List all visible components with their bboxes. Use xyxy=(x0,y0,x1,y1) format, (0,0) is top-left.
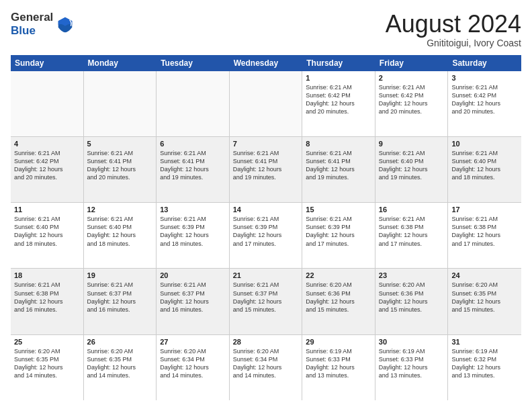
cell-info: Sunrise: 6:20 AM Sunset: 6:35 PM Dayligh… xyxy=(87,347,153,380)
logo: General Blue xyxy=(11,11,75,38)
calendar-cell: 27Sunrise: 6:20 AM Sunset: 6:34 PM Dayli… xyxy=(157,335,230,400)
day-number: 2 xyxy=(379,74,445,82)
cell-info: Sunrise: 6:21 AM Sunset: 6:37 PM Dayligh… xyxy=(160,281,226,314)
cell-info: Sunrise: 6:21 AM Sunset: 6:39 PM Dayligh… xyxy=(233,215,299,248)
day-number: 11 xyxy=(14,205,80,214)
cell-info: Sunrise: 6:21 AM Sunset: 6:38 PM Dayligh… xyxy=(14,281,80,314)
calendar-cell: 11Sunrise: 6:21 AM Sunset: 6:40 PM Dayli… xyxy=(11,203,84,268)
cell-info: Sunrise: 6:21 AM Sunset: 6:37 PM Dayligh… xyxy=(87,281,153,314)
calendar-cell: 3Sunrise: 6:21 AM Sunset: 6:42 PM Daylig… xyxy=(448,71,521,136)
cell-info: Sunrise: 6:19 AM Sunset: 6:32 PM Dayligh… xyxy=(451,347,518,380)
day-number: 29 xyxy=(306,338,371,346)
calendar-cell: 8Sunrise: 6:21 AM Sunset: 6:41 PM Daylig… xyxy=(302,137,375,202)
calendar-cell: 16Sunrise: 6:21 AM Sunset: 6:38 PM Dayli… xyxy=(375,203,449,268)
calendar-body: 1Sunrise: 6:21 AM Sunset: 6:42 PM Daylig… xyxy=(11,71,521,400)
day-number: 23 xyxy=(379,271,445,279)
cell-info: Sunrise: 6:19 AM Sunset: 6:33 PM Dayligh… xyxy=(379,347,445,380)
calendar-cell: 10Sunrise: 6:21 AM Sunset: 6:40 PM Dayli… xyxy=(448,137,521,202)
cell-info: Sunrise: 6:21 AM Sunset: 6:40 PM Dayligh… xyxy=(87,215,153,248)
day-number: 16 xyxy=(379,205,445,214)
calendar-header: SundayMondayTuesdayWednesdayThursdayFrid… xyxy=(11,55,521,71)
cell-info: Sunrise: 6:21 AM Sunset: 6:38 PM Dayligh… xyxy=(451,215,518,248)
calendar-cell: 14Sunrise: 6:21 AM Sunset: 6:39 PM Dayli… xyxy=(230,203,303,268)
day-number: 21 xyxy=(233,271,299,279)
day-number: 20 xyxy=(160,271,226,279)
cell-info: Sunrise: 6:20 AM Sunset: 6:34 PM Dayligh… xyxy=(233,347,299,380)
calendar-cell: 26Sunrise: 6:20 AM Sunset: 6:35 PM Dayli… xyxy=(84,335,157,400)
day-number: 19 xyxy=(87,271,153,279)
calendar-cell: 7Sunrise: 6:21 AM Sunset: 6:41 PM Daylig… xyxy=(230,137,303,202)
day-number: 12 xyxy=(87,205,153,214)
calendar-cell: 18Sunrise: 6:21 AM Sunset: 6:38 PM Dayli… xyxy=(11,269,84,334)
day-number: 7 xyxy=(233,140,299,148)
day-number: 10 xyxy=(451,140,518,148)
cell-info: Sunrise: 6:20 AM Sunset: 6:36 PM Dayligh… xyxy=(306,281,371,314)
calendar-cell xyxy=(84,71,157,136)
calendar-cell: 12Sunrise: 6:21 AM Sunset: 6:40 PM Dayli… xyxy=(84,203,157,268)
calendar-row: 4Sunrise: 6:21 AM Sunset: 6:42 PM Daylig… xyxy=(11,137,521,203)
day-number: 25 xyxy=(14,338,80,346)
calendar-cell: 25Sunrise: 6:20 AM Sunset: 6:35 PM Dayli… xyxy=(11,335,84,400)
day-number: 17 xyxy=(451,205,518,214)
day-number: 15 xyxy=(306,205,371,214)
calendar-cell: 21Sunrise: 6:21 AM Sunset: 6:37 PM Dayli… xyxy=(230,269,303,334)
cell-info: Sunrise: 6:21 AM Sunset: 6:41 PM Dayligh… xyxy=(160,149,226,182)
cell-info: Sunrise: 6:21 AM Sunset: 6:42 PM Dayligh… xyxy=(451,83,518,116)
header: General Blue August 2024 Gnititoigui, Iv… xyxy=(11,11,521,48)
calendar-cell: 17Sunrise: 6:21 AM Sunset: 6:38 PM Dayli… xyxy=(448,203,521,268)
day-number: 18 xyxy=(14,271,80,279)
calendar-cell: 9Sunrise: 6:21 AM Sunset: 6:40 PM Daylig… xyxy=(375,137,449,202)
cell-info: Sunrise: 6:21 AM Sunset: 6:40 PM Dayligh… xyxy=(14,215,80,248)
calendar-row: 1Sunrise: 6:21 AM Sunset: 6:42 PM Daylig… xyxy=(11,71,521,137)
calendar-cell xyxy=(11,71,84,136)
calendar-cell: 2Sunrise: 6:21 AM Sunset: 6:42 PM Daylig… xyxy=(375,71,449,136)
calendar-row: 18Sunrise: 6:21 AM Sunset: 6:38 PM Dayli… xyxy=(11,269,521,334)
month-year-title: August 2024 xyxy=(386,11,521,38)
calendar-cell: 19Sunrise: 6:21 AM Sunset: 6:37 PM Dayli… xyxy=(84,269,157,334)
day-number: 8 xyxy=(306,140,371,148)
calendar-cell: 5Sunrise: 6:21 AM Sunset: 6:41 PM Daylig… xyxy=(84,137,157,202)
day-number: 3 xyxy=(451,74,518,82)
calendar-header-cell: Friday xyxy=(375,55,449,71)
cell-info: Sunrise: 6:20 AM Sunset: 6:35 PM Dayligh… xyxy=(14,347,80,380)
calendar-cell: 31Sunrise: 6:19 AM Sunset: 6:32 PM Dayli… xyxy=(448,335,521,400)
day-number: 28 xyxy=(233,338,299,346)
cell-info: Sunrise: 6:21 AM Sunset: 6:39 PM Dayligh… xyxy=(160,215,226,248)
calendar-header-cell: Tuesday xyxy=(157,55,230,71)
day-number: 4 xyxy=(14,140,80,148)
day-number: 30 xyxy=(379,338,445,346)
calendar-cell xyxy=(157,71,230,136)
cell-info: Sunrise: 6:21 AM Sunset: 6:39 PM Dayligh… xyxy=(306,215,371,248)
calendar-cell: 28Sunrise: 6:20 AM Sunset: 6:34 PM Dayli… xyxy=(230,335,303,400)
page: General Blue August 2024 Gnititoigui, Iv… xyxy=(0,0,532,411)
cell-info: Sunrise: 6:21 AM Sunset: 6:37 PM Dayligh… xyxy=(233,281,299,314)
title-block: August 2024 Gnititoigui, Ivory Coast xyxy=(386,11,521,48)
calendar-row: 25Sunrise: 6:20 AM Sunset: 6:35 PM Dayli… xyxy=(11,335,521,400)
cell-info: Sunrise: 6:21 AM Sunset: 6:42 PM Dayligh… xyxy=(306,83,371,116)
cell-info: Sunrise: 6:21 AM Sunset: 6:38 PM Dayligh… xyxy=(379,215,445,248)
day-number: 13 xyxy=(160,205,226,214)
calendar-row: 11Sunrise: 6:21 AM Sunset: 6:40 PM Dayli… xyxy=(11,203,521,269)
logo-text: General Blue xyxy=(11,11,75,38)
cell-info: Sunrise: 6:21 AM Sunset: 6:41 PM Dayligh… xyxy=(306,149,371,182)
logo-general: General xyxy=(11,11,53,24)
calendar-cell: 6Sunrise: 6:21 AM Sunset: 6:41 PM Daylig… xyxy=(157,137,230,202)
calendar-cell: 20Sunrise: 6:21 AM Sunset: 6:37 PM Dayli… xyxy=(157,269,230,334)
cell-info: Sunrise: 6:21 AM Sunset: 6:40 PM Dayligh… xyxy=(379,149,445,182)
calendar-cell: 4Sunrise: 6:21 AM Sunset: 6:42 PM Daylig… xyxy=(11,137,84,202)
day-number: 5 xyxy=(87,140,153,148)
calendar-cell: 24Sunrise: 6:20 AM Sunset: 6:35 PM Dayli… xyxy=(448,269,521,334)
logo-blue: Blue xyxy=(11,24,53,38)
calendar-cell: 23Sunrise: 6:20 AM Sunset: 6:36 PM Dayli… xyxy=(375,269,449,334)
calendar-header-cell: Sunday xyxy=(11,55,84,71)
cell-info: Sunrise: 6:20 AM Sunset: 6:34 PM Dayligh… xyxy=(160,347,226,380)
calendar-cell: 29Sunrise: 6:19 AM Sunset: 6:33 PM Dayli… xyxy=(302,335,375,400)
location-subtitle: Gnititoigui, Ivory Coast xyxy=(386,38,521,48)
day-number: 9 xyxy=(379,140,445,148)
day-number: 14 xyxy=(233,205,299,214)
day-number: 24 xyxy=(451,271,518,279)
cell-info: Sunrise: 6:21 AM Sunset: 6:42 PM Dayligh… xyxy=(379,83,445,116)
day-number: 22 xyxy=(306,271,371,279)
calendar-header-cell: Saturday xyxy=(448,55,521,71)
day-number: 27 xyxy=(160,338,226,346)
